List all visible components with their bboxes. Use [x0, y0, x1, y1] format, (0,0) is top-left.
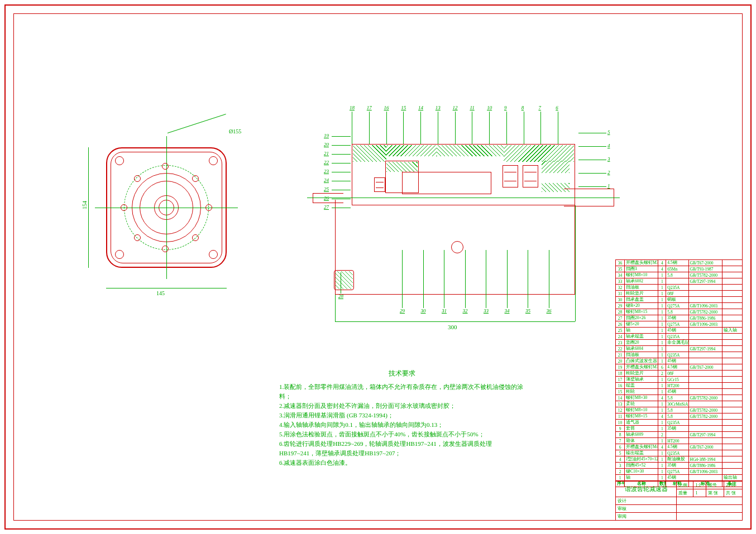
bom-cell: 1 [658, 401, 666, 407]
bom-cell: 8 [616, 432, 625, 438]
balloon-28: 28 [338, 294, 343, 299]
bom-row: 34螺钉M8×1015.8GB/T5782-2000 [616, 272, 743, 278]
tb-sheet: ZP01 [724, 482, 743, 489]
bom-row: 6开槽盘头螺钉M4×1144.5钢GB/T67-2000 [616, 444, 743, 450]
bom-cell: 轴承端盖 [625, 334, 658, 340]
tb-row: 设计 [616, 497, 677, 505]
bom-cell: 36 [616, 260, 625, 266]
bom-cell [688, 438, 722, 444]
bearing-right-2 [523, 165, 538, 187]
bom-cell: 输出端盖 [625, 450, 658, 456]
balloon-27: 27 [324, 204, 329, 210]
bom-cell: 35钢 [666, 426, 688, 432]
bom-cell: 非金属毛毡 [666, 340, 688, 346]
bom-cell [688, 426, 722, 432]
bom-cell: 1 [658, 321, 666, 328]
tech-req-line: 6.减速器表面涂白色油漆。 [279, 458, 525, 468]
bom-row: 27挡圈20×26135钢GB/T886-1986 [616, 315, 743, 321]
bom-cell: 开槽盘头螺钉M4×11 [625, 444, 658, 450]
balloon-23: 23 [324, 169, 329, 174]
hatch [386, 162, 418, 172]
leader-line [420, 112, 421, 144]
bom-cell [666, 432, 688, 438]
bom-row: 24轴承端盖1Q235A [616, 334, 743, 340]
tech-req-title: 技术要求 [279, 368, 525, 379]
bom-cell: 轴 [625, 328, 658, 334]
bom-cell: GB/T297-1994 [688, 346, 722, 352]
bom-cell: 11 [616, 413, 625, 420]
bom-cell: 4 [658, 413, 666, 420]
bom-cell: 轴承6004 [625, 346, 658, 352]
bom-cell: GB/T93-1987 [688, 266, 722, 272]
leader-line [332, 136, 351, 137]
leader-line [578, 173, 606, 174]
balloon-34: 34 [505, 308, 510, 314]
bom-cell: 5.8 [666, 413, 688, 420]
balloon-2: 2 [607, 170, 610, 175]
bom-cell [722, 260, 742, 266]
leader-line [540, 112, 541, 144]
tech-req-line: 1.装配前，全部零件用煤油清洗，箱体内不允许有杂质存在，内壁涂两次不被机油侵蚀的… [279, 382, 525, 401]
bom-cell [688, 291, 722, 297]
bom-cell [722, 303, 742, 309]
bom-row: 7箱体1HT200 [616, 438, 743, 444]
balloon-15: 15 [401, 105, 406, 110]
leader-line [332, 190, 351, 190]
dim-300: 300 [448, 324, 457, 330]
bom-cell [722, 389, 742, 395]
balloon-29: 29 [400, 308, 405, 314]
bom-cell: 1 [658, 469, 666, 475]
bom-cell: 1 [658, 328, 666, 334]
bom-cell: GCr15 [666, 377, 688, 383]
bom-cell [722, 426, 742, 432]
bom-row: 4J型油封45×70×121耐油橡胶HG4-388-1994 [616, 456, 743, 463]
bom-cell: 螺钉M8×15 [625, 309, 658, 315]
bom-cell: 轴 [625, 475, 658, 481]
leader-line [486, 250, 486, 308]
bom-cell: 14 [616, 395, 625, 401]
bom-cell: 4.5钢 [666, 364, 688, 371]
bom-row: 26键5×201Q275AGB/T1096-2003 [616, 321, 743, 328]
bom-row: 31刚轮垫片108F [616, 291, 743, 297]
title-block: 谐波齿轮减速器 比例 1:1 图号 ZP01 质量 1 第 张 共 张 设计 审… [615, 481, 743, 521]
bom-cell: 1 [658, 285, 666, 291]
bom-row: 9套筒135钢 [616, 426, 743, 432]
bom-cell: 铜板 [666, 297, 688, 303]
balloon-33: 33 [484, 308, 489, 314]
bom-cell: 通气器 [625, 420, 658, 426]
bom-cell: 键5×20 [625, 321, 658, 328]
balloon-17: 17 [367, 105, 372, 110]
bom-cell [688, 383, 722, 389]
bom-cell: GB/T5782-2000 [688, 413, 722, 420]
bom-cell: 5.8 [666, 272, 688, 278]
bom-cell: 2 [616, 469, 625, 475]
bom-cell [722, 272, 742, 278]
bom-row: 29键B×201Q275AGB/T1096-2003 [616, 303, 743, 309]
bom-cell: Q275A [666, 321, 688, 328]
ring-hole [162, 163, 169, 170]
bearing-right-1 [503, 165, 518, 187]
ring-hole [134, 234, 141, 241]
bom-cell: Q275A [666, 469, 688, 475]
bom-cell: 23 [616, 340, 625, 346]
bom-cell: 35 [616, 266, 625, 272]
bom-cell: 轴承6009 [625, 432, 658, 438]
bom-cell [688, 328, 722, 334]
bom-row: 22轴承60041GB/T297-1994 [616, 346, 743, 352]
bom-cell [722, 278, 742, 285]
bom-cell: 31 [616, 291, 625, 297]
bom-row: 14螺钉M8×3045.8GB/T5782-2000 [616, 395, 743, 401]
bom-cell: 螺钉M8×10 [625, 272, 658, 278]
drawing-sheet: 154 145 Ø155 300 181716151413121110 [4, 4, 752, 530]
bom-cell: 21 [616, 352, 625, 358]
bom-cell: Q235A [666, 420, 688, 426]
bom-cell: 4 [658, 395, 666, 401]
bom-cell: 1 [658, 315, 666, 321]
bom-cell [722, 309, 742, 315]
bom-cell: 6 [616, 444, 625, 450]
leader-line [455, 112, 456, 144]
bom-cell [722, 315, 742, 321]
balloon-13: 13 [436, 105, 441, 110]
bom-cell: Q235A [666, 352, 688, 358]
bom-cell: 凸缘式波发生器 [625, 358, 658, 364]
